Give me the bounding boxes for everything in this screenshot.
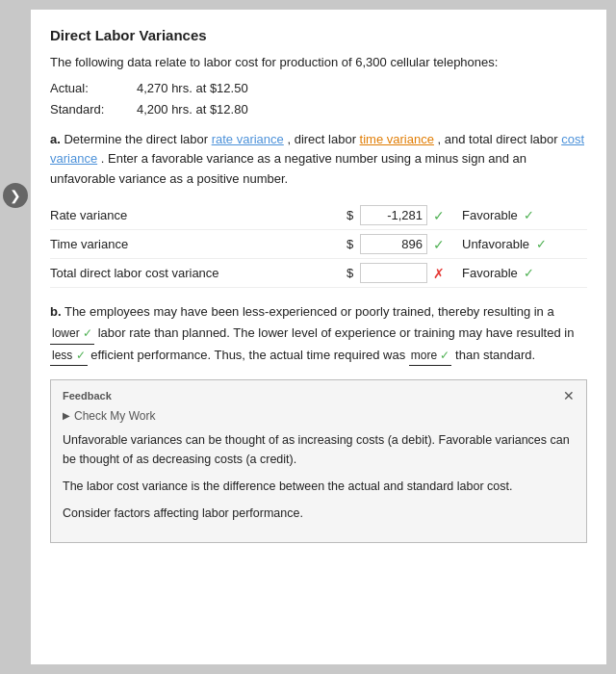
table-row: Time variance $ ✓ Unfavorable ✓ (50, 230, 587, 259)
nav-next-button[interactable]: ❯ (3, 183, 28, 208)
actual-row: Actual: 4,270 hrs. at $12.50 (50, 78, 587, 99)
time-status-check-icon: ✓ (536, 237, 547, 251)
section-a-text2: , direct labor (287, 132, 359, 146)
var-dollar-time: $ (346, 237, 360, 251)
feedback-paragraph-1: Unfavorable variances can be thought of … (63, 430, 575, 469)
standard-row: Standard: 4,200 hrs. at $12.80 (50, 99, 587, 120)
rate-check-icon: ✓ (433, 208, 445, 223)
rate-word: rate variance (212, 132, 284, 146)
total-variance-input[interactable] (360, 263, 427, 283)
data-table: Actual: 4,270 hrs. at $12.50 Standard: 4… (50, 78, 587, 120)
dropdown-lower[interactable]: lower ✓ (50, 324, 94, 344)
var-label-total: Total direct labor cost variance (50, 266, 346, 280)
var-dollar-rate: $ (346, 208, 360, 222)
rate-status-check-icon: ✓ (524, 208, 534, 222)
section-b-text4: than standard. (455, 348, 535, 362)
check-my-work[interactable]: ▶ Check My Work (63, 409, 575, 423)
dropdown-more[interactable]: more ✓ (409, 346, 452, 366)
total-x-icon: ✗ (433, 266, 445, 281)
var-dollar-total: $ (346, 266, 360, 280)
dropdown-lower-check-icon: ✓ (83, 326, 92, 340)
table-row: Rate variance $ ✓ Favorable ✓ (50, 201, 587, 230)
rate-status: Favorable ✓ (462, 208, 587, 222)
section-a-text3: , and total direct labor (438, 132, 562, 146)
feedback-label: Feedback (63, 390, 112, 402)
feedback-header: Feedback ✕ (63, 388, 575, 403)
table-row: Total direct labor cost variance $ ✗ Fav… (50, 259, 587, 288)
section-b-label: b. (50, 304, 62, 319)
total-status: Favorable ✓ (462, 266, 587, 280)
section-a-text1: Determine the direct labor (64, 132, 211, 146)
var-label-rate: Rate variance (50, 208, 346, 222)
section-a-text4: . Enter a favorable variance as a negati… (50, 151, 526, 186)
section-a: a. Determine the direct labor rate varia… (50, 130, 587, 190)
total-status-check-icon: ✓ (524, 266, 534, 280)
time-status: Unfavorable ✓ (462, 237, 587, 251)
page-title: Direct Labor Variances (50, 27, 587, 43)
section-b-text2: labor rate than planned. The lower level… (98, 325, 575, 340)
rate-variance-input[interactable] (360, 205, 427, 225)
section-b: b. The employees may have been less-expe… (50, 301, 587, 366)
feedback-paragraph-3: Consider factors affecting labor perform… (63, 504, 575, 523)
actual-label: Actual: (50, 78, 117, 99)
section-a-label: a. (50, 132, 61, 146)
variance-table: Rate variance $ ✓ Favorable ✓ Time varia… (50, 201, 587, 288)
feedback-box: Feedback ✕ ▶ Check My Work Unfavorable v… (50, 379, 587, 543)
check-my-work-label: Check My Work (74, 409, 155, 423)
intro-text: The following data relate to labor cost … (50, 53, 587, 72)
dropdown-less[interactable]: less ✓ (50, 346, 88, 366)
dropdown-more-check-icon: ✓ (440, 349, 449, 362)
dropdown-less-check-icon: ✓ (76, 349, 86, 362)
standard-label: Standard: (50, 99, 117, 120)
section-b-text1: The employees may have been less-experie… (64, 304, 554, 319)
time-variance-input[interactable] (360, 234, 427, 254)
var-label-time: Time variance (50, 237, 346, 251)
actual-value: 4,270 hrs. at $12.50 (137, 78, 248, 99)
standard-value: 4,200 hrs. at $12.80 (137, 99, 248, 120)
feedback-paragraph-2: The labor cost variance is the differenc… (63, 477, 575, 496)
feedback-close-button[interactable]: ✕ (563, 388, 575, 403)
triangle-icon: ▶ (63, 410, 70, 421)
time-check-icon: ✓ (433, 237, 445, 252)
time-word: time variance (360, 132, 434, 146)
section-b-text3: efficient performance. Thus, the actual … (90, 348, 408, 362)
